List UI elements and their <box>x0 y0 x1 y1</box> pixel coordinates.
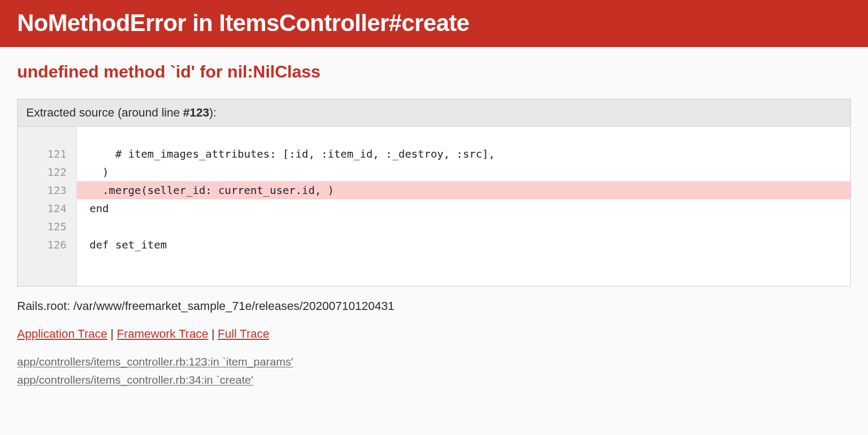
error-title: NoMethodError in ItemsController#create <box>17 10 851 36</box>
trace-tabs: Application Trace|Framework Trace|Full T… <box>17 327 851 341</box>
separator: | <box>208 327 218 340</box>
content-area: undefined method `id' for nil:NilClass E… <box>0 47 868 403</box>
error-header: NoMethodError in ItemsController#create <box>0 0 868 47</box>
source-code-table: 121 # item_images_attributes: [:id, :ite… <box>18 127 850 286</box>
framework-trace-link[interactable]: Framework Trace <box>117 327 208 340</box>
code-content <box>76 217 850 236</box>
code-content: # item_images_attributes: [:id, :item_id… <box>76 145 850 163</box>
source-line-highlighted: 123 .merge(seller_id: current_user.id, ) <box>18 181 850 199</box>
code-content: .merge(seller_id: current_user.id, ) <box>76 181 850 199</box>
trace-entry[interactable]: app/controllers/items_controller.rb:34:i… <box>17 371 851 389</box>
code-content: end <box>76 199 850 217</box>
trace-entry[interactable]: app/controllers/items_controller.rb:123:… <box>17 353 851 371</box>
line-number: 125 <box>18 217 76 236</box>
extracted-source-box: Extracted source (around line #123): 121… <box>17 99 851 286</box>
extracted-source-label-suffix: ): <box>209 106 216 119</box>
code-content: ) <box>76 163 850 181</box>
line-number: 121 <box>18 145 76 163</box>
full-trace-link[interactable]: Full Trace <box>218 327 269 340</box>
source-line: 126 def set_item <box>18 236 850 254</box>
application-trace-list: app/controllers/items_controller.rb:123:… <box>17 353 851 389</box>
source-line: 122 ) <box>18 163 850 181</box>
extracted-source-header: Extracted source (around line #123): <box>18 99 850 127</box>
line-number: 122 <box>18 163 76 181</box>
line-number: 123 <box>18 181 76 199</box>
line-number: 126 <box>18 236 76 254</box>
error-message: undefined method `id' for nil:NilClass <box>17 62 851 82</box>
code-content: def set_item <box>76 236 850 254</box>
source-line: 121 # item_images_attributes: [:id, :ite… <box>18 145 850 163</box>
highlight-line-number: #123 <box>183 106 210 119</box>
application-trace-link[interactable]: Application Trace <box>17 327 107 340</box>
source-line: 124 end <box>18 199 850 217</box>
extracted-source-label-prefix: Extracted source (around line <box>26 106 183 119</box>
separator: | <box>107 327 117 340</box>
line-number: 124 <box>18 199 76 217</box>
source-line: 125 <box>18 217 850 236</box>
rails-root-path: Rails.root: /var/www/freemarket_sample_7… <box>17 299 851 313</box>
